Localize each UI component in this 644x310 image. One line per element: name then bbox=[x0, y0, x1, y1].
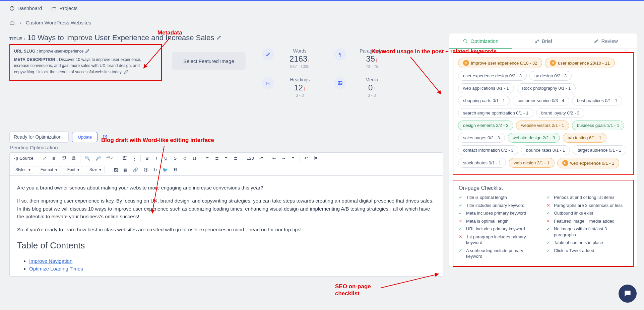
zoom-out-icon[interactable]: 🔎 bbox=[93, 154, 103, 162]
quote-icon[interactable]: ❝ bbox=[289, 154, 298, 162]
keyword-pill[interactable]: best practices 0/1 - 1 bbox=[572, 96, 623, 105]
stat-value: 35 bbox=[366, 54, 375, 63]
strike-icon[interactable]: S bbox=[171, 154, 180, 162]
format-select[interactable]: Format ▾ bbox=[37, 166, 61, 173]
toc-link[interactable]: Improve Navigation bbox=[29, 258, 72, 264]
h-badge-icon: H bbox=[562, 160, 568, 166]
size-select[interactable]: Size ▾ bbox=[86, 166, 105, 173]
checklist-text: Meta is optimal length bbox=[466, 218, 508, 224]
align-left-icon[interactable]: ≡ bbox=[203, 154, 212, 162]
home-icon[interactable] bbox=[9, 20, 15, 25]
styles-select[interactable]: Styles ▾ bbox=[12, 166, 34, 173]
keyword-pill[interactable]: target audience 0/1 - 1 bbox=[573, 145, 626, 155]
stat-paragraphs: ¶ Paragraphs 35↓ 23 - 25 bbox=[328, 44, 400, 73]
chat-widget[interactable] bbox=[619, 285, 637, 303]
unlink-icon[interactable]: ⛓ bbox=[141, 166, 150, 174]
print-icon[interactable]: 🖶 bbox=[69, 154, 78, 162]
checklist-item: ✓Title is optimal length bbox=[459, 195, 540, 201]
optimization-panel: Optimization Brief Review Himprove user … bbox=[449, 33, 637, 267]
update-button[interactable]: Update bbox=[72, 132, 98, 142]
metadata-box: URL SLUG : improve-user-experience META … bbox=[9, 44, 162, 81]
keyword-text: brand loyalty 0/2 - 3 bbox=[541, 110, 579, 115]
toc-link[interactable]: Optimize Loading Times bbox=[29, 266, 83, 272]
nav-projects[interactable]: Projects bbox=[51, 5, 77, 11]
check-icon: ✓ bbox=[459, 210, 463, 216]
keyword-pill[interactable]: stock photography 0/1 - 1 bbox=[517, 83, 576, 93]
gauge-icon bbox=[9, 6, 15, 11]
keyword-pill[interactable]: website visitors 2/1 - 1 bbox=[516, 121, 569, 130]
italic-icon[interactable]: I bbox=[152, 154, 161, 162]
keyword-pill[interactable]: customer service 0/3 - 4 bbox=[513, 96, 569, 105]
edit-slug-icon[interactable] bbox=[85, 48, 90, 54]
clear-format-icon[interactable]: Ƭ̵̬ bbox=[130, 154, 138, 162]
cross-icon: ✕ bbox=[546, 203, 551, 209]
stat-label: Media bbox=[350, 77, 394, 82]
keyword-pill[interactable]: ux design 0/2 - 3 bbox=[529, 71, 572, 81]
source-button[interactable]: ‹p› Source bbox=[12, 154, 36, 162]
keyword-pill[interactable]: website design 2/2 - 3 bbox=[508, 133, 560, 143]
twitter-icon[interactable]: 🐦 bbox=[160, 166, 170, 174]
bold-icon[interactable]: B bbox=[143, 154, 151, 162]
status-select[interactable]: Ready for Optimization⌄ bbox=[9, 131, 69, 143]
indent-icon[interactable]: ⇥ bbox=[279, 154, 288, 162]
keyword-pill[interactable]: web applications 0/1 - 1 bbox=[458, 83, 514, 93]
keyword-pill[interactable]: Huser experience 28/10 - 11 bbox=[545, 58, 615, 68]
tab-review[interactable]: Review bbox=[574, 33, 637, 49]
desc-label: META DESCRIPTION : bbox=[14, 57, 58, 62]
spellcheck-icon[interactable]: ᴬᴮ✓ bbox=[104, 154, 116, 162]
align-right-icon[interactable]: ≡ bbox=[222, 154, 231, 162]
undo-icon[interactable]: ↶ bbox=[302, 154, 311, 162]
breadcrumb-project[interactable]: Custom WordPress Websites bbox=[26, 20, 91, 25]
svg-rect-1 bbox=[338, 81, 342, 84]
underline-icon[interactable]: U bbox=[162, 154, 170, 162]
font-select[interactable]: Font ▾ bbox=[64, 166, 83, 173]
image-insert-icon[interactable]: 🖼 bbox=[120, 154, 129, 162]
checklist-item: ✓URL includes primary keyword bbox=[459, 226, 540, 232]
select-featured-image-button[interactable]: Select Featured Image bbox=[172, 52, 246, 70]
keyword-pill[interactable]: brand loyalty 0/2 - 3 bbox=[536, 108, 584, 118]
align-justify-icon[interactable]: ≣ bbox=[231, 154, 240, 162]
keyword-pill[interactable]: contact information 0/2 - 3 bbox=[458, 145, 518, 155]
emoji-icon[interactable]: ☺ bbox=[180, 154, 189, 162]
keyword-pill[interactable]: web design 3/1 - 1 bbox=[509, 158, 554, 168]
expand-icon[interactable]: ⤢ bbox=[40, 154, 49, 162]
keyword-pill[interactable]: user experience design 0/2 - 3 bbox=[458, 71, 527, 81]
check-icon: ✓ bbox=[546, 248, 551, 254]
keyword-pill[interactable]: design elements 2/2 - 3 bbox=[458, 121, 513, 130]
link-icon[interactable]: 🔗 bbox=[130, 166, 140, 174]
keyword-pill[interactable]: shopping carts 0/1 - 1 bbox=[458, 96, 510, 105]
keyword-pill[interactable]: search engine optimization 0/1 - 1 bbox=[458, 108, 533, 118]
media-icon[interactable]: 🖼 bbox=[111, 166, 120, 174]
keyword-pill[interactable]: business goals 1/1 - 1 bbox=[572, 121, 624, 130]
list-ol-icon[interactable]: 123 bbox=[244, 154, 256, 162]
keyword-pill[interactable]: bounce rates 0/1 - 1 bbox=[521, 145, 570, 155]
list-ul-icon[interactable]: •≡ bbox=[257, 154, 266, 162]
tab-optimization[interactable]: Optimization bbox=[449, 33, 512, 49]
stat-media: Media 0↑ 3 - 3 bbox=[328, 73, 400, 102]
omega-icon[interactable]: Ω bbox=[190, 154, 199, 162]
new-doc-icon[interactable]: 🗎 bbox=[50, 154, 59, 162]
flag-icon[interactable]: ⚑ bbox=[311, 154, 320, 162]
edit-title-icon[interactable] bbox=[216, 35, 222, 40]
align-center-icon[interactable]: ≣ bbox=[212, 154, 221, 162]
keyword-pill[interactable]: Himprove user experience 8/10 - 32 bbox=[458, 58, 542, 68]
keyword-pill[interactable]: sales pages 0/2 - 3 bbox=[458, 133, 505, 143]
keyword-pill[interactable]: stock photos 0/1 - 1 bbox=[458, 158, 506, 168]
zoom-in-icon[interactable]: 🔍 bbox=[82, 154, 92, 162]
checklist-item: ✕1st paragraph includes primary keyword bbox=[459, 234, 540, 246]
nav-dashboard-label: Dashboard bbox=[17, 5, 42, 11]
external-link-icon[interactable] bbox=[102, 134, 108, 140]
save-icon[interactable]: 🗐 bbox=[59, 154, 68, 162]
table-icon[interactable]: ▦ bbox=[121, 166, 130, 174]
edit-desc-icon[interactable] bbox=[124, 69, 129, 74]
image-icon bbox=[334, 77, 346, 89]
keyword-pill[interactable]: a/b testing 6/1 - 1 bbox=[563, 133, 606, 143]
outdent-icon[interactable]: ⇤ bbox=[270, 154, 279, 162]
refresh-icon[interactable]: ↻ bbox=[151, 166, 159, 174]
nav-dashboard[interactable]: Dashboard bbox=[9, 5, 42, 11]
keyword-pill[interactable]: Hweb experience 0/1 - 1 bbox=[557, 158, 620, 168]
tab-brief[interactable]: Brief bbox=[512, 33, 575, 49]
editor-body[interactable]: Are you a brand owner serious about maki… bbox=[10, 176, 443, 276]
stat-range: 3 - 3 bbox=[350, 93, 394, 98]
heading-btn-icon[interactable]: H bbox=[171, 165, 180, 174]
